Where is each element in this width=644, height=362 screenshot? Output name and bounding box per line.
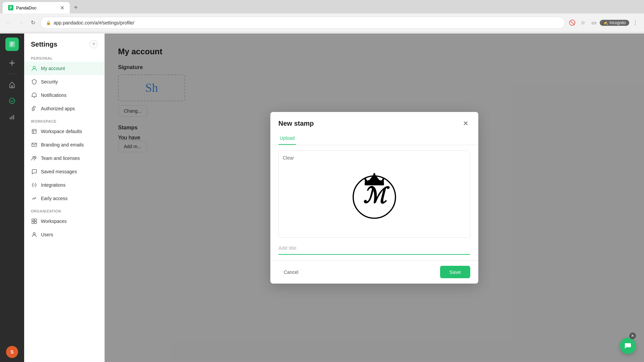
address-text: app.pandadoc.com/a/#/settings/profile/ bbox=[54, 20, 135, 25]
sidebar-item-users[interactable]: Users bbox=[24, 228, 104, 241]
tab-close-button[interactable]: ✕ bbox=[60, 5, 64, 11]
modal-footer: Cancel Save bbox=[270, 260, 478, 284]
workspace-defaults-icon bbox=[31, 128, 38, 135]
modal-close-button[interactable]: ✕ bbox=[461, 119, 470, 128]
sidebar-item-security[interactable]: Security bbox=[24, 75, 104, 88]
modal-header: New stamp ✕ bbox=[270, 112, 478, 128]
svg-rect-14 bbox=[32, 222, 34, 224]
team-licenses-icon bbox=[31, 155, 38, 162]
modal-tab-upload[interactable]: Upload bbox=[278, 132, 296, 145]
sidebar-item-early-access[interactable]: Early access bbox=[24, 192, 104, 205]
sidebar-toggle-icon[interactable]: ▭ bbox=[589, 18, 598, 27]
browser-tabs: P PandaDoc ✕ + bbox=[0, 0, 644, 13]
sidebar-item-branding-emails[interactable]: Branding and emails bbox=[24, 138, 104, 152]
modal-title: New stamp bbox=[278, 120, 314, 127]
notifications-icon bbox=[31, 92, 38, 99]
bookmark-icon[interactable]: ☆ bbox=[578, 18, 588, 27]
sidebar-item-authorized-apps[interactable]: Authorized apps bbox=[24, 102, 104, 115]
users-label: Users bbox=[41, 232, 53, 237]
home-icon[interactable] bbox=[5, 78, 19, 92]
app-logo[interactable] bbox=[5, 38, 19, 51]
title-input-row bbox=[278, 242, 470, 255]
sidebar: Settings ? PERSONAL My account Security bbox=[24, 34, 105, 362]
workspaces-label: Workspaces bbox=[41, 219, 67, 224]
title-input[interactable] bbox=[278, 242, 470, 255]
forward-button[interactable]: → bbox=[16, 18, 25, 27]
reload-button[interactable]: ↻ bbox=[28, 18, 38, 27]
user-avatar[interactable]: S bbox=[6, 346, 18, 358]
modal-body: Clear bbox=[270, 145, 478, 260]
chat-widget-button[interactable] bbox=[620, 338, 636, 354]
team-licenses-label: Team and licenses bbox=[41, 156, 80, 161]
workspace-defaults-label: Workspace defaults bbox=[41, 129, 82, 134]
saved-messages-label: Saved messages bbox=[41, 169, 77, 174]
workspaces-icon bbox=[31, 218, 38, 225]
svg-rect-2 bbox=[10, 117, 11, 119]
svg-point-23 bbox=[379, 180, 381, 182]
svg-point-1 bbox=[9, 98, 15, 104]
sidebar-item-integrations[interactable]: Integrations bbox=[24, 178, 104, 192]
browser-chrome: P PandaDoc ✕ + ← → ↻ 🔒 app.pandadoc.com/… bbox=[0, 0, 644, 34]
svg-point-20 bbox=[364, 178, 366, 180]
stamp-canvas-toolbar: Clear bbox=[283, 155, 294, 161]
modal-overlay[interactable]: New stamp ✕ Upload Clear bbox=[105, 34, 644, 362]
app-container: S Settings ? PERSONAL My account Secu bbox=[0, 34, 644, 362]
stamp-canvas: Clear bbox=[278, 150, 470, 238]
sidebar-item-notifications[interactable]: Notifications bbox=[24, 88, 104, 102]
no-image-icon[interactable]: 🚫 bbox=[568, 18, 577, 27]
sidebar-item-saved-messages[interactable]: Saved messages bbox=[24, 165, 104, 178]
tab-title: PandaDoc bbox=[16, 5, 37, 10]
sidebar-item-workspace-defaults[interactable]: Workspace defaults bbox=[24, 125, 104, 138]
svg-rect-8 bbox=[32, 129, 36, 133]
clear-button[interactable]: Clear bbox=[283, 155, 294, 161]
svg-point-22 bbox=[368, 180, 370, 182]
active-tab[interactable]: P PandaDoc ✕ bbox=[3, 2, 70, 13]
rail-divider bbox=[7, 74, 17, 74]
save-button[interactable]: Save bbox=[440, 266, 470, 278]
new-tab-button[interactable]: + bbox=[71, 3, 80, 12]
svg-point-24 bbox=[374, 173, 375, 174]
notifications-label: Notifications bbox=[41, 93, 66, 98]
svg-text:ℳ: ℳ bbox=[363, 184, 390, 208]
sidebar-item-my-account[interactable]: My account bbox=[24, 62, 104, 75]
stamp-preview-svg: ℳ bbox=[344, 164, 405, 224]
chat-close-button[interactable]: ✕ bbox=[629, 333, 636, 339]
svg-rect-15 bbox=[35, 222, 37, 224]
integrations-label: Integrations bbox=[41, 182, 65, 188]
security-icon bbox=[31, 78, 38, 85]
cancel-button[interactable]: Cancel bbox=[278, 267, 304, 278]
svg-point-7 bbox=[33, 109, 34, 110]
sidebar-help-button[interactable]: ? bbox=[90, 40, 98, 48]
sidebar-title: Settings bbox=[31, 41, 57, 48]
svg-rect-12 bbox=[32, 219, 34, 221]
my-account-label: My account bbox=[41, 66, 65, 71]
security-label: Security bbox=[41, 79, 58, 84]
saved-messages-icon bbox=[31, 168, 38, 175]
svg-rect-3 bbox=[11, 116, 12, 119]
new-stamp-modal: New stamp ✕ Upload Clear bbox=[270, 112, 478, 284]
main-content: My account Signature Sh Chang... Stamps … bbox=[105, 34, 644, 362]
lock-icon: 🔒 bbox=[46, 20, 51, 25]
integrations-icon bbox=[31, 182, 38, 188]
back-button[interactable]: ← bbox=[4, 18, 13, 27]
users-icon bbox=[31, 231, 38, 238]
sidebar-item-team-licenses[interactable]: Team and licenses bbox=[24, 152, 104, 165]
sidebar-item-workspaces[interactable]: Workspaces bbox=[24, 215, 104, 228]
organization-section-label: ORGANIZATION bbox=[24, 205, 104, 215]
svg-rect-13 bbox=[35, 219, 37, 221]
menu-button[interactable]: ⋮ bbox=[631, 18, 640, 27]
add-new-icon[interactable] bbox=[5, 56, 19, 70]
svg-point-21 bbox=[382, 178, 384, 180]
modal-tabs: Upload bbox=[270, 132, 478, 145]
svg-point-16 bbox=[33, 233, 35, 235]
address-bar[interactable]: 🔒 app.pandadoc.com/a/#/settings/profile/ bbox=[40, 17, 565, 29]
early-access-icon bbox=[31, 195, 38, 202]
sidebar-header: Settings ? bbox=[24, 34, 104, 52]
svg-point-5 bbox=[33, 66, 36, 69]
analytics-icon[interactable] bbox=[5, 110, 19, 124]
incognito-badge: 🕵 Incognito bbox=[600, 20, 629, 26]
chat-icon bbox=[624, 342, 632, 350]
check-icon[interactable] bbox=[5, 94, 19, 108]
branding-emails-label: Branding and emails bbox=[41, 142, 84, 147]
svg-rect-4 bbox=[13, 115, 14, 119]
